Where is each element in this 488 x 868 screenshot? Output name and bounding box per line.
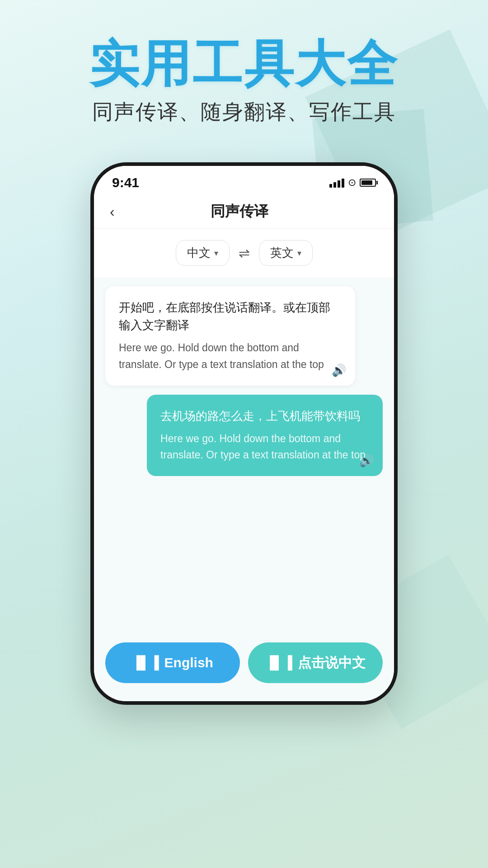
nav-title: 同声传译	[115, 202, 365, 222]
phone-container: 9:41 ⊙ ‹ 同声传译	[0, 162, 488, 705]
source-lang-dropdown-icon: ▾	[214, 248, 218, 258]
signal-icon	[329, 178, 344, 188]
msg-left-english: Here we go. Hold down the bottom and tra…	[119, 340, 342, 373]
nav-bar: ‹ 同声传译	[94, 195, 394, 229]
msg-left-chinese: 开始吧，在底部按住说话翻译。或在顶部输入文字翻译	[119, 299, 342, 334]
target-lang-dropdown-icon: ▾	[297, 248, 301, 258]
language-selector: 中文 ▾ ⇌ 英文 ▾	[94, 229, 394, 277]
wave-icon-english: ▐▌▐	[132, 656, 159, 670]
chat-area: 开始吧，在底部按住说话翻译。或在顶部输入文字翻译 Here we go. Hol…	[94, 277, 394, 485]
message-right: 去机场的路怎么走，上飞机能带饮料吗 Here we go. Hold down …	[147, 395, 383, 476]
status-time: 9:41	[112, 175, 139, 190]
status-icons: ⊙	[329, 177, 376, 189]
target-lang-label: 英文	[270, 245, 294, 261]
message-left: 开始吧，在底部按住说话翻译。或在顶部输入文字翻译 Here we go. Hol…	[105, 286, 355, 386]
msg-right-chinese: 去机场的路怎么走，上飞机能带饮料吗	[160, 407, 369, 425]
swap-languages-icon[interactable]: ⇌	[239, 245, 250, 261]
speak-english-button[interactable]: ▐▌▐ English	[105, 642, 240, 683]
header-section: 实用工具大全 同声传译、随身翻译、写作工具	[0, 0, 488, 135]
battery-icon	[360, 179, 376, 187]
main-title: 实用工具大全	[0, 36, 488, 91]
msg-right-sound-icon[interactable]: 🔊	[359, 454, 374, 468]
wave-icon-chinese: ▐▌▐	[265, 656, 292, 670]
subtitle: 同声传译、随身翻译、写作工具	[0, 98, 488, 126]
back-button[interactable]: ‹	[110, 203, 115, 220]
source-lang-label: 中文	[187, 245, 211, 261]
wifi-icon: ⊙	[348, 177, 356, 189]
phone-bottom-buttons: ▐▌▐ English ▐▌▐ 点击说中文	[94, 633, 394, 701]
chinese-button-label: 点击说中文	[298, 654, 366, 672]
speak-chinese-button[interactable]: ▐▌▐ 点击说中文	[248, 642, 383, 683]
target-language-button[interactable]: 英文 ▾	[259, 240, 313, 266]
msg-right-english: Here we go. Hold down the bottom and tra…	[160, 430, 369, 464]
phone-screen: 9:41 ⊙ ‹ 同声传译	[94, 166, 394, 701]
english-button-label: English	[164, 655, 213, 670]
source-language-button[interactable]: 中文 ▾	[176, 240, 230, 266]
msg-left-sound-icon[interactable]: 🔊	[332, 363, 346, 377]
status-bar: 9:41 ⊙	[94, 166, 394, 195]
phone-mockup: 9:41 ⊙ ‹ 同声传译	[90, 162, 398, 705]
